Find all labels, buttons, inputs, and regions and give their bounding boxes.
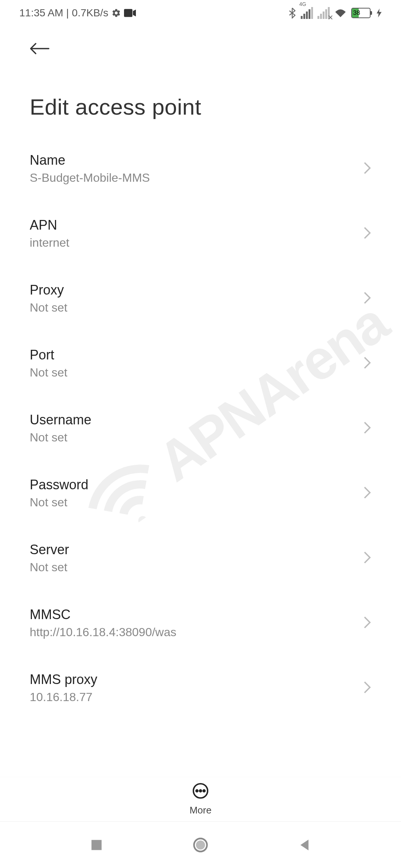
back-button[interactable] — [30, 50, 50, 57]
status-time: 11:35 AM — [19, 7, 63, 19]
setting-row-username[interactable]: Username Not set — [30, 396, 371, 461]
status-bar: 11:35 AM | 0.7KB/s 4G — [0, 0, 401, 26]
chevron-right-icon — [363, 616, 371, 631]
setting-label: MMSC — [30, 607, 176, 622]
page-title: Edit access point — [0, 65, 401, 136]
setting-row-proxy[interactable]: Proxy Not set — [30, 266, 371, 331]
battery-icon: 38 — [351, 8, 371, 18]
setting-label: Password — [30, 477, 88, 493]
svg-point-2 — [196, 790, 198, 792]
setting-row-mms-proxy[interactable]: MMS proxy 10.16.18.77 — [30, 655, 371, 720]
setting-value: 10.16.18.77 — [30, 690, 97, 704]
more-icon — [192, 782, 209, 801]
setting-label: Name — [30, 152, 150, 168]
svg-rect-5 — [91, 840, 101, 850]
setting-row-name[interactable]: Name S-Budget-Mobile-MMS — [30, 136, 371, 201]
more-label: More — [189, 805, 211, 816]
camera-icon — [124, 9, 136, 17]
setting-value: Not set — [30, 431, 91, 444]
svg-point-7 — [196, 840, 205, 849]
chevron-right-icon — [363, 551, 371, 566]
setting-label: Proxy — [30, 282, 67, 298]
setting-label: APN — [30, 217, 69, 233]
setting-label: Username — [30, 412, 91, 428]
android-nav-bar — [0, 821, 401, 868]
status-divider: | — [66, 7, 69, 19]
setting-row-port[interactable]: Port Not set — [30, 331, 371, 396]
chevron-right-icon — [363, 486, 371, 501]
nav-back-button[interactable] — [296, 836, 313, 854]
signal-sim2-icon — [317, 7, 330, 19]
setting-label: Port — [30, 347, 67, 363]
setting-label: MMS proxy — [30, 672, 97, 687]
setting-row-apn[interactable]: APN internet — [30, 201, 371, 266]
chevron-right-icon — [363, 161, 371, 176]
wifi-icon — [334, 8, 347, 18]
setting-value: internet — [30, 236, 69, 250]
chevron-right-icon — [363, 681, 371, 696]
setting-value: Not set — [30, 301, 67, 315]
settings-list: APNArena Name S-Budget-Mobile-MMS APN in… — [0, 136, 401, 788]
chevron-right-icon — [363, 291, 371, 306]
status-data-rate: 0.7KB/s — [72, 7, 108, 19]
chevron-right-icon — [363, 226, 371, 241]
setting-value: http://10.16.18.4:38090/was — [30, 625, 176, 639]
svg-point-3 — [200, 790, 202, 792]
setting-value: Not set — [30, 560, 69, 574]
svg-point-4 — [203, 790, 205, 792]
setting-value: Not set — [30, 366, 67, 379]
setting-row-password[interactable]: Password Not set — [30, 461, 371, 526]
setting-value: Not set — [30, 496, 88, 509]
header-bar — [0, 26, 401, 65]
chevron-right-icon — [363, 356, 371, 371]
nav-home-button[interactable] — [192, 836, 209, 854]
setting-row-mmsc[interactable]: MMSC http://10.16.18.4:38090/was — [30, 591, 371, 655]
signal-sim1-icon: 4G — [301, 7, 313, 19]
chevron-right-icon — [363, 421, 371, 436]
svg-rect-0 — [124, 9, 133, 17]
setting-label: Server — [30, 542, 69, 558]
bluetooth-icon — [288, 7, 296, 19]
setting-value: S-Budget-Mobile-MMS — [30, 171, 150, 185]
setting-row-server[interactable]: Server Not set — [30, 526, 371, 591]
charging-icon — [375, 9, 382, 17]
more-button[interactable]: More — [0, 777, 401, 821]
gear-icon — [111, 8, 121, 18]
nav-recents-button[interactable] — [88, 836, 105, 854]
